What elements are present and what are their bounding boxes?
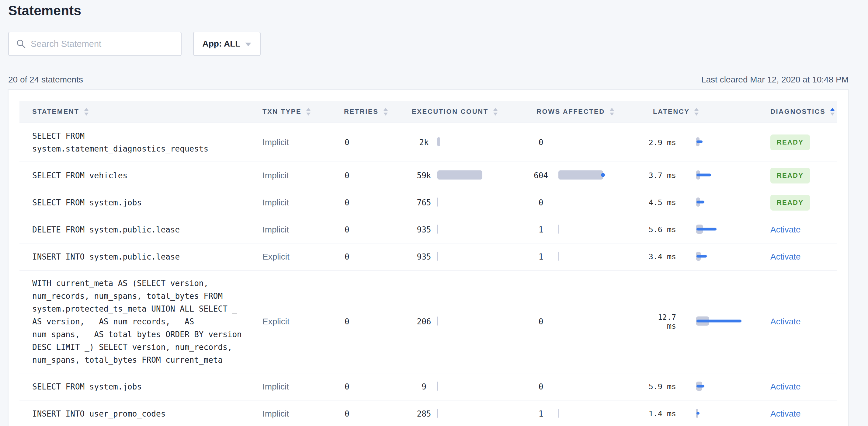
- execution-count-cell: 206: [412, 316, 531, 327]
- execution-count-value: 765: [413, 198, 435, 207]
- table-row: SELECT FROM system.jobsImplicit076504.5 …: [20, 189, 837, 216]
- latency-mean-bar: [696, 320, 742, 323]
- statement-cell: DELETE FROM system.public.lease: [20, 217, 262, 243]
- statement-link[interactable]: SELECT FROM system.statement_diagnostics…: [32, 130, 243, 155]
- statement-cell: SELECT FROM system.jobs: [20, 190, 262, 215]
- column-header-txn-type[interactable]: TXN TYPE: [262, 108, 344, 116]
- statements-count: 20 of 24 statements: [8, 75, 83, 85]
- diagnostics-cell: Activate: [770, 252, 837, 262]
- txn-type-cell: Implicit: [262, 138, 344, 147]
- latency-cell: 5.6 ms: [648, 224, 770, 236]
- diagnostics-activate-link[interactable]: Activate: [770, 252, 801, 262]
- txn-type-cell: Implicit: [262, 382, 344, 392]
- diagnostics-activate-link[interactable]: Activate: [770, 317, 801, 326]
- execution-count-cell: 935: [412, 252, 531, 262]
- execution-count-cell: 935: [412, 224, 531, 235]
- latency-value: 5.6 ms: [648, 225, 676, 234]
- latency-value: 5.9 ms: [648, 382, 676, 391]
- execution-count-bar-area: [437, 137, 440, 148]
- execution-count-bar: [437, 382, 438, 391]
- latency-cell: 3.7 ms: [648, 170, 770, 181]
- table-row: INSERT INTO user_promo_codesImplicit0285…: [20, 400, 837, 426]
- column-label-rows-affected: ROWS AFFECTED: [536, 108, 605, 116]
- column-header-retries[interactable]: RETRIES: [344, 108, 412, 116]
- latency-cell: 3.4 ms: [648, 251, 770, 263]
- sort-asc-icon: [610, 108, 614, 111]
- statement-link[interactable]: SELECT FROM vehicles: [32, 169, 243, 182]
- sort-arrows-icon: [306, 108, 311, 116]
- summary-row: 20 of 24 statements Last cleared Mar 12,…: [8, 75, 848, 85]
- statement-link[interactable]: INSERT INTO user_promo_codes: [32, 407, 243, 420]
- latency-mean-bar: [696, 385, 704, 387]
- search-input[interactable]: [31, 39, 175, 49]
- rows-affected-value: 0: [531, 382, 551, 391]
- sort-asc-icon: [383, 108, 388, 111]
- sort-desc-icon: [306, 113, 311, 116]
- latency-value: 4.5 ms: [648, 198, 676, 207]
- rows-affected-cell: 0: [531, 317, 648, 326]
- rows-affected-cell: 0: [531, 198, 648, 207]
- statement-cell: WITH current_meta AS (SELECT version, nu…: [20, 271, 262, 373]
- diagnostics-activate-link[interactable]: Activate: [770, 409, 801, 418]
- column-header-latency[interactable]: LATENCY: [648, 108, 770, 116]
- last-cleared-text: Last cleared Mar 12, 2020 at 10:48 PM: [701, 75, 848, 85]
- column-label-retries: RETRIES: [344, 108, 379, 116]
- statement-cell: SELECT FROM vehicles: [20, 163, 262, 188]
- diagnostics-cell: Activate: [770, 409, 837, 419]
- statement-link[interactable]: INSERT INTO system.public.lease: [32, 250, 243, 263]
- sort-asc-icon: [306, 108, 311, 111]
- txn-type-cell: Explicit: [262, 252, 344, 262]
- diagnostics-activate-link[interactable]: Activate: [770, 225, 801, 234]
- diagnostics-ready-badge[interactable]: READY: [770, 134, 810, 150]
- statement-link[interactable]: SELECT FROM system.jobs: [32, 196, 243, 209]
- retries-cell: 0: [344, 382, 412, 391]
- table-row: DELETE FROM system.public.leaseImplicit0…: [20, 216, 837, 243]
- search-icon: [16, 39, 26, 49]
- execution-count-cell: 2k: [412, 137, 531, 148]
- column-header-rows-affected[interactable]: ROWS AFFECTED: [531, 108, 648, 116]
- rows-affected-bar-area: [558, 252, 559, 262]
- diagnostics-cell: Activate: [770, 225, 837, 235]
- diagnostics-activate-link[interactable]: Activate: [770, 382, 801, 391]
- statement-cell: INSERT INTO user_promo_codes: [20, 401, 262, 426]
- txn-type-cell: Implicit: [262, 225, 344, 235]
- sort-arrows-icon: [830, 108, 835, 116]
- rows-affected-cell: 1: [531, 409, 648, 419]
- column-label-statement: STATEMENT: [32, 108, 80, 116]
- sort-arrows-icon: [383, 108, 388, 116]
- retries-cell: 0: [344, 171, 412, 180]
- rows-affected-cell: 0: [531, 138, 648, 147]
- execution-count-cell: 285: [412, 409, 531, 419]
- latency-bar-area: [696, 170, 748, 181]
- sort-desc-icon: [694, 113, 699, 116]
- statement-link[interactable]: DELETE FROM system.public.lease: [32, 223, 243, 236]
- app-filter-dropdown[interactable]: App: ALL: [193, 32, 261, 56]
- latency-cell: 5.9 ms: [648, 381, 770, 393]
- column-label-latency: LATENCY: [653, 108, 689, 116]
- latency-bar-area: [696, 224, 748, 236]
- search-box[interactable]: [8, 32, 182, 56]
- latency-value: 1.4 ms: [648, 409, 676, 418]
- diagnostics-ready-badge[interactable]: READY: [770, 195, 810, 211]
- column-header-diagnostics[interactable]: DIAGNOSTICS: [770, 108, 837, 116]
- execution-count-value: 935: [413, 252, 435, 262]
- latency-mean-bar: [696, 412, 700, 415]
- execution-count-bar: [437, 252, 438, 261]
- latency-bar-area: [696, 136, 748, 148]
- execution-count-value: 2k: [413, 138, 435, 147]
- latency-bar-chart: [696, 408, 748, 418]
- statement-link[interactable]: SELECT FROM system.jobs: [32, 381, 243, 393]
- table-row: SELECT FROM vehiclesImplicit059k6043.7 m…: [20, 162, 837, 189]
- column-header-execution-count[interactable]: EXECUTION COUNT: [412, 108, 531, 116]
- statement-link[interactable]: WITH current_meta AS (SELECT version, nu…: [32, 277, 243, 366]
- rows-affected-value: 1: [531, 252, 551, 262]
- execution-count-cell: 59k: [412, 171, 531, 181]
- execution-count-bar-area: [437, 382, 438, 392]
- diagnostics-cell: READY: [770, 134, 837, 150]
- execution-count-bar: [437, 137, 440, 146]
- column-header-statement[interactable]: STATEMENT: [20, 108, 262, 116]
- column-label-diagnostics: DIAGNOSTICS: [770, 108, 826, 116]
- rows-affected-value: 0: [531, 198, 551, 207]
- retries-cell: 0: [344, 252, 412, 262]
- diagnostics-ready-badge[interactable]: READY: [770, 168, 810, 183]
